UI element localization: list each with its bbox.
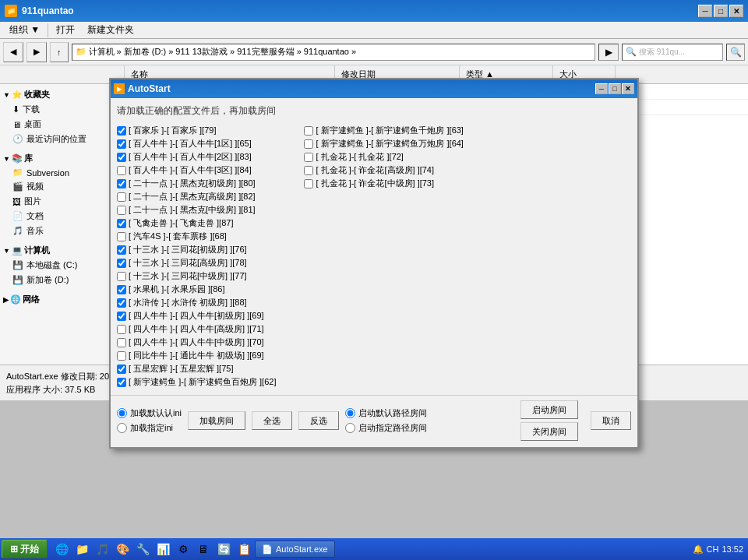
sidebar-item-picture[interactable]: 🖼 图片 [0,194,124,209]
sidebar-item-document[interactable]: 📄 文档 [0,209,124,224]
back-button[interactable]: ◀ [3,42,23,62]
taskbar-icon-paint[interactable]: 🎨 [113,540,132,558]
search-bar[interactable]: 🔍 搜索 911qu... [622,44,723,61]
dialog-restore-btn[interactable]: □ [609,83,621,94]
up-button[interactable]: ↑ [50,42,69,62]
radio-custom-path[interactable] [345,423,355,433]
c-drive-icon: 💾 [12,260,23,270]
dialog-minimize-btn[interactable]: ─ [595,83,608,94]
taskbar-quick-launch: 🌐 📁 🎵 🎨 🔧 📊 ⚙ 🖥 🔄 📋 [51,540,255,558]
address-bar[interactable]: 📁 计算机 » 新加卷 (D:) » 911 13款游戏 » 911完整服务端 … [72,44,596,61]
sidebar-item-d-drive[interactable]: 💾 新加卷 (D:) [0,273,124,287]
d-drive-icon: 💾 [12,275,23,285]
computer-label: 计算机 [24,245,50,256]
menu-new-folder[interactable]: 新建文件夹 [81,22,140,38]
desktop-label: 桌面 [24,118,41,130]
sidebar-section-computer[interactable]: ▼ 💻 计算机 [0,241,124,258]
sidebar-item-download[interactable]: ⬇ 下载 [0,102,124,117]
taskbar-icon-app4[interactable]: 🔄 [214,540,233,558]
sidebar-item-music[interactable]: 🎵 音乐 [0,224,124,238]
radio-default[interactable] [117,408,127,418]
search-go-button[interactable]: 🔍 [726,44,745,61]
sidebar-section-network[interactable]: ▶ 🌐 网络 [0,291,124,307]
cb-5[interactable] [117,192,126,202]
cb-12[interactable] [117,285,126,294]
cb-r4[interactable] [304,179,313,188]
taskbar-icon-folder[interactable]: 📁 [72,540,91,558]
library-icon: 📚 [12,153,23,164]
radio-default-path[interactable] [345,408,355,418]
invert-button[interactable]: 反选 [298,411,339,430]
load-room-button[interactable]: 加载房间 [188,411,245,430]
cb-label-19: [ 新宇逮鳄鱼 ]-[ 新宇逮鳄鱼百炮房 ][62] [129,376,276,388]
cb-4[interactable] [117,179,126,188]
dialog-close-btn[interactable]: ✕ [622,83,634,94]
menu-organize[interactable]: 组织 ▼ [3,22,46,38]
sidebar-item-video[interactable]: 🎬 视频 [0,179,124,194]
cb-16[interactable] [117,338,126,347]
taskbar-icon-ie[interactable]: 🌐 [52,540,71,558]
computer-expand-icon: ▼ [3,247,10,255]
cb-15[interactable] [117,325,126,334]
cb-7[interactable] [117,219,126,228]
cb-r0[interactable] [304,126,313,136]
cb-19[interactable] [117,378,126,387]
cb-6[interactable] [117,206,126,215]
sidebar-item-c-drive[interactable]: 💾 本地磁盘 (C:) [0,258,124,273]
cb-row-r1: [ 新宇逮鳄鱼 ]-[ 新宇逮鳄鱼万炮房 ][64] [304,137,463,150]
taskbar-icon-app1[interactable]: 📊 [153,540,172,558]
maximize-button[interactable]: □ [714,5,728,17]
download-icon: ⬇ [12,104,19,114]
sidebar-item-subversion[interactable]: 📁 Subversion [0,166,124,179]
sidebar-section-favorites[interactable]: ▼ ⭐ 收藏夹 [0,86,124,102]
cb-label-r4: [ 扎金花 ]-[ 诈金花[中级房] ][73] [316,178,434,189]
cancel-button[interactable]: 取消 [591,411,631,430]
select-all-button[interactable]: 全选 [252,411,292,430]
sidebar-item-recent[interactable]: 🕐 最近访问的位置 [0,132,124,146]
cb-14[interactable] [117,312,126,321]
cb-row-10: [ 十三水 ]-[ 三同花[高级房] ][78] [117,256,276,269]
dialog-footer: 加载默认认ini 加载指定ini 加载房间 全选 反选 启动默认路径房间 启动指… [111,395,637,447]
cb-label-0: [ 百家乐 ]-[ 百家乐 ][79] [129,125,216,136]
cb-0[interactable] [117,126,126,136]
dialog-icon: ▶ [114,83,125,94]
minimize-button[interactable]: ─ [698,5,712,17]
cb-3[interactable] [117,166,126,175]
taskbar-active-app[interactable]: 📄 AutoStart.exe [255,541,335,558]
cb-9[interactable] [117,245,126,255]
dialog-title-text: AutoStart [128,83,595,94]
cb-r3[interactable] [304,166,313,175]
radio-default-label: 加载默认认ini [130,407,182,419]
menu-open[interactable]: 打开 [50,22,81,38]
cb-r2[interactable] [304,153,313,162]
cb-10[interactable] [117,259,126,268]
start-button[interactable]: ⊞ 开始 [2,540,48,558]
radio-custom[interactable] [117,423,127,433]
close-room-button[interactable]: 关闭房间 [520,422,578,441]
address-go-button[interactable]: ▶ [598,44,619,61]
cb-label-18: [ 五星宏辉 ]-[ 五星宏辉 ][75] [129,363,233,375]
taskbar-icon-app3[interactable]: 🖥 [194,540,213,558]
cb-row-5: [ 二十一点 ]-[ 黑杰克[高级房] ][82] [117,190,276,203]
cb-label-r1: [ 新宇逮鳄鱼 ]-[ 新宇逮鳄鱼万炮房 ][64] [316,138,463,150]
cb-r1[interactable] [304,139,313,149]
cb-17[interactable] [117,351,126,361]
taskbar-icon-media[interactable]: 🎵 [93,540,111,558]
taskbar-icon-app2[interactable]: ⚙ [174,540,192,558]
cb-13[interactable] [117,298,126,308]
sidebar-item-desktop[interactable]: 🖥 桌面 [0,117,124,132]
taskbar-icon-tools[interactable]: 🔧 [133,540,152,558]
cb-1[interactable] [117,139,126,149]
cb-2[interactable] [117,153,126,162]
taskbar-icon-app5[interactable]: 📋 [235,540,253,558]
forward-button[interactable]: ▶ [26,42,47,62]
close-button[interactable]: ✕ [729,5,743,17]
start-room-button[interactable]: 启动房间 [520,400,578,419]
cb-11[interactable] [117,272,126,281]
sidebar-section-library[interactable]: ▼ 📚 库 [0,150,124,166]
cb-8[interactable] [117,232,126,241]
subversion-icon: 📁 [12,167,23,178]
cb-18[interactable] [117,365,126,374]
recent-label: 最近访问的位置 [26,133,86,145]
cb-row-4: [ 二十一点 ]-[ 黑杰克[初级房] ][80] [117,177,276,190]
